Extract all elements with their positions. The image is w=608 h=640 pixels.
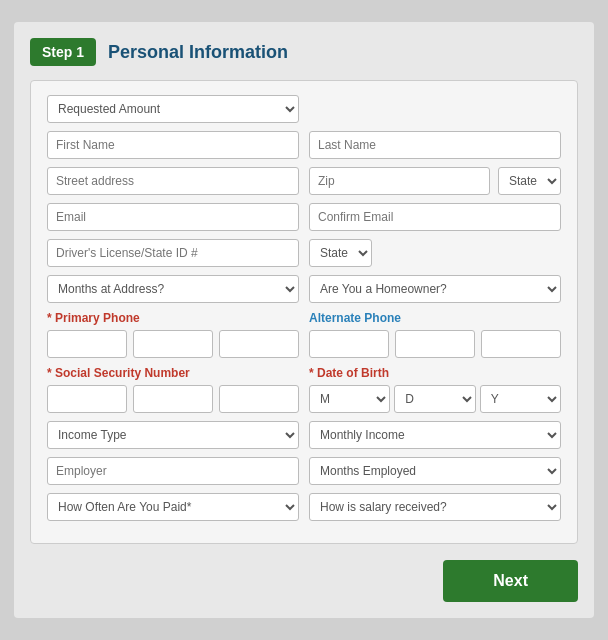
- form-footer: Next: [30, 560, 578, 602]
- months-at-address-select[interactable]: Months at Address?: [47, 275, 299, 303]
- dob-day-select[interactable]: D: [394, 385, 475, 413]
- row-phone-labels: * Primary Phone Alternate Phone: [47, 311, 561, 328]
- alternate-phone-label: Alternate Phone: [309, 311, 561, 325]
- first-name-input[interactable]: [47, 131, 299, 159]
- requested-amount-select[interactable]: Requested Amount: [47, 95, 299, 123]
- dob-year-select[interactable]: Y: [480, 385, 561, 413]
- employer-input[interactable]: [47, 457, 299, 485]
- alternate-phone-part1[interactable]: [309, 330, 389, 358]
- ssn-part3[interactable]: [219, 385, 299, 413]
- drivers-state-select[interactable]: State: [309, 239, 372, 267]
- ssn-group: [47, 385, 299, 413]
- dob-month-select[interactable]: M: [309, 385, 390, 413]
- step-badge: Step 1: [30, 38, 96, 66]
- row-address: State: [47, 167, 561, 195]
- ssn-part1[interactable]: [47, 385, 127, 413]
- main-container: Step 1 Personal Information Requested Am…: [14, 22, 594, 618]
- row-months-homeowner: Months at Address? Are You a Homeowner?: [47, 275, 561, 303]
- row-phone-inputs: [47, 330, 561, 358]
- ssn-required-star: *: [47, 366, 55, 380]
- primary-phone-part3[interactable]: [219, 330, 299, 358]
- monthly-income-select[interactable]: Monthly Income: [309, 421, 561, 449]
- email-input[interactable]: [47, 203, 299, 231]
- dob-required-star: *: [309, 366, 317, 380]
- next-button[interactable]: Next: [443, 560, 578, 602]
- how-often-paid-select[interactable]: How Often Are You Paid*: [47, 493, 299, 521]
- homeowner-select[interactable]: Are You a Homeowner?: [309, 275, 561, 303]
- row-income: Income Type Monthly Income: [47, 421, 561, 449]
- required-star: *: [47, 311, 55, 325]
- row-requested-amount: Requested Amount: [47, 95, 561, 123]
- months-employed-select[interactable]: Months Employed: [309, 457, 561, 485]
- primary-phone-part2[interactable]: [133, 330, 213, 358]
- row-name: [47, 131, 561, 159]
- drivers-license-input[interactable]: [47, 239, 299, 267]
- row-email: [47, 203, 561, 231]
- primary-phone-group: [47, 330, 299, 358]
- primary-phone-part1[interactable]: [47, 330, 127, 358]
- form-header: Step 1 Personal Information: [30, 38, 578, 66]
- ssn-part2[interactable]: [133, 385, 213, 413]
- requested-amount-col: Requested Amount: [47, 95, 299, 123]
- confirm-email-input[interactable]: [309, 203, 561, 231]
- row-ssn-dob: M D Y: [47, 385, 561, 413]
- row-pay-info: How Often Are You Paid* How is salary re…: [47, 493, 561, 521]
- page-title: Personal Information: [108, 42, 288, 63]
- last-name-input[interactable]: [309, 131, 561, 159]
- row-employer: Months Employed: [47, 457, 561, 485]
- state-select[interactable]: State: [498, 167, 561, 195]
- dob-group: M D Y: [309, 385, 561, 413]
- alternate-phone-part2[interactable]: [395, 330, 475, 358]
- dob-label: * Date of Birth: [309, 366, 561, 380]
- zip-input[interactable]: [309, 167, 490, 195]
- income-type-select[interactable]: Income Type: [47, 421, 299, 449]
- primary-phone-label: * Primary Phone: [47, 311, 299, 325]
- alternate-phone-part3[interactable]: [481, 330, 561, 358]
- alternate-phone-group: [309, 330, 561, 358]
- row-drivers-license: State: [47, 239, 561, 267]
- salary-received-select[interactable]: How is salary received?: [309, 493, 561, 521]
- row-ssn-dob-labels: * Social Security Number * Date of Birth: [47, 366, 561, 383]
- form-area: Requested Amount State: [30, 80, 578, 544]
- street-address-input[interactable]: [47, 167, 299, 195]
- ssn-label: * Social Security Number: [47, 366, 299, 380]
